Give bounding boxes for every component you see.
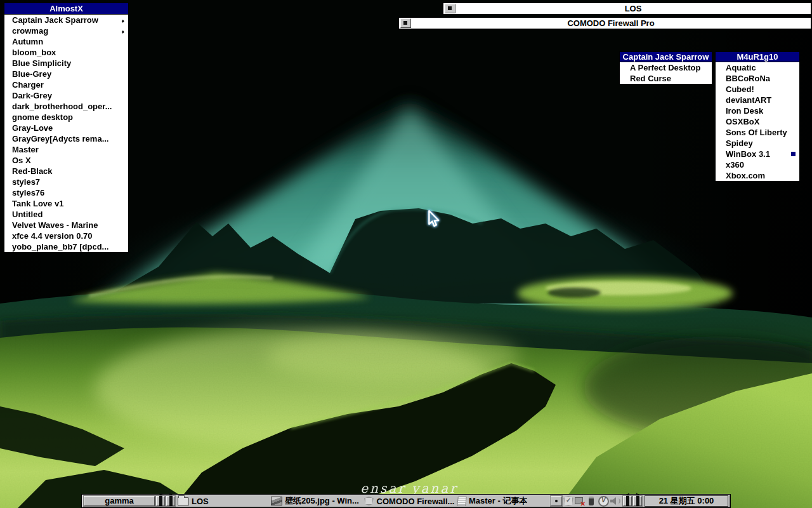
theme-menu-item[interactable]: styles7 xyxy=(4,177,128,187)
taskbar-window-label: LOS xyxy=(192,497,209,506)
volume-icon[interactable] xyxy=(610,496,622,506)
shield-check-icon[interactable] xyxy=(563,496,573,506)
theme-menu-item[interactable]: Autumn xyxy=(4,36,128,47)
menu-item-label: Blue Simplicity xyxy=(12,58,124,68)
menu-item-label: styles7 xyxy=(12,177,124,187)
notepad-icon xyxy=(457,497,467,506)
arrow-left-icon xyxy=(626,495,629,507)
theme-menu-item[interactable]: Master xyxy=(4,144,128,155)
window-title: LOS xyxy=(455,4,811,14)
folder-icon xyxy=(178,497,189,506)
m4ur1g10-menu-item[interactable]: WinBox 3.1 xyxy=(716,149,799,159)
menu-item-label: WinBox 3.1 xyxy=(726,149,789,159)
theme-menu-item[interactable]: Red-Black xyxy=(4,166,128,177)
tray-toggle-button[interactable] xyxy=(551,496,562,506)
m4ur1g10-menu-item[interactable]: Aquatic xyxy=(716,62,799,73)
menu-item-label: crowmag xyxy=(12,26,121,36)
m4ur1g10-menu-item[interactable]: Spidey xyxy=(716,138,799,149)
tray-scroll-left-button[interactable] xyxy=(623,496,632,506)
selected-marker-icon xyxy=(791,152,796,156)
network-offline-icon[interactable] xyxy=(573,496,586,506)
theme-menu-item[interactable]: yobo_plane_bb7 [dpcd... xyxy=(4,241,128,252)
antivirus-icon[interactable] xyxy=(598,496,610,506)
theme-menu-item[interactable]: bloom_box xyxy=(4,47,128,58)
jack-sparrow-menu-title[interactable]: Captain Jack Sparrow xyxy=(619,51,712,62)
arrow-right-icon xyxy=(169,495,173,507)
menu-item-label: styles76 xyxy=(12,188,124,197)
window-menu-button[interactable] xyxy=(400,18,411,28)
m4ur1g10-menu: M4uR1g10 Aquatic BBCoRoNa Cubed! xyxy=(715,51,800,182)
menu-item-label: BBCoRoNa xyxy=(726,74,796,83)
shield-icon xyxy=(364,497,374,505)
m4ur1g10-menu-body: Aquatic BBCoRoNa Cubed! deviantART xyxy=(715,62,800,182)
desktop: ensar yanar AlmostX Captain Jack Sparrow… xyxy=(0,0,812,508)
theme-menu-item[interactable]: Dark-Grey xyxy=(4,90,128,101)
theme-menu-item[interactable]: Charger xyxy=(4,79,128,90)
taskbar-window-label: COMODO Firewall... xyxy=(376,497,455,506)
taskbar-window-button[interactable]: LOS xyxy=(176,495,270,507)
menu-item-label: OSXBoX xyxy=(726,117,796,126)
scroll-left-button[interactable] xyxy=(156,496,165,506)
theme-menu-item[interactable]: crowmag xyxy=(4,25,128,36)
theme-menu-item[interactable]: styles76 xyxy=(4,187,128,198)
menu-item-label: dark_brotherhood_oper... xyxy=(12,102,124,111)
theme-menu-title[interactable]: AlmostX xyxy=(4,3,129,15)
m4ur1g10-menu-item[interactable]: Iron Desk xyxy=(716,105,799,116)
image-icon xyxy=(271,497,282,505)
menu-item-label: A Perfect Desktop xyxy=(630,63,708,72)
system-tray xyxy=(563,496,622,506)
menu-item-label: Iron Desk xyxy=(726,106,796,116)
menu-item-label: Master xyxy=(12,145,124,154)
taskbar: gamma LOS 壁纸205.jpg - Win... COMODO Fire… xyxy=(81,494,731,508)
window-titlebar-los[interactable]: LOS xyxy=(442,2,812,15)
m4ur1g10-menu-item[interactable]: Xbox.com xyxy=(716,170,799,181)
jack-sparrow-menu-body: A Perfect Desktop Red Curse xyxy=(619,62,712,84)
theme-menu-item[interactable]: Blue-Grey xyxy=(4,69,128,79)
taskbar-window-label: 壁纸205.jpg - Win... xyxy=(285,495,359,507)
menu-item-label: GrayGrey[Adycts rema... xyxy=(12,134,124,144)
menu-item-label: Autumn xyxy=(12,37,124,46)
theme-menu-item[interactable]: GrayGrey[Adycts rema... xyxy=(4,133,128,144)
theme-menu-item[interactable]: Tank Love v1 xyxy=(4,198,128,209)
m4ur1g10-menu-item[interactable]: deviantART xyxy=(716,95,799,105)
battery-icon[interactable] xyxy=(586,496,598,506)
theme-menu-item[interactable]: Os X xyxy=(4,155,128,166)
theme-menu: AlmostX Captain Jack Sparrow crowmag Aut… xyxy=(4,3,129,253)
window-titlebar-comodo[interactable]: COMODO Firewall Pro xyxy=(398,17,812,30)
m4ur1g10-menu-item[interactable]: Cubed! xyxy=(716,84,799,95)
theme-menu-item[interactable]: Velvet Waves - Marine xyxy=(4,220,128,231)
m4ur1g10-menu-item[interactable]: x360 xyxy=(716,159,799,170)
theme-menu-item[interactable]: Untitled xyxy=(4,209,128,220)
theme-menu-item[interactable]: gnome desktop xyxy=(4,112,128,123)
taskbar-window-button[interactable]: Master - 记事本 xyxy=(456,495,549,507)
launcher-button[interactable]: gamma xyxy=(84,496,155,506)
menu-item-label: Os X xyxy=(12,156,124,165)
m4ur1g10-menu-item[interactable]: Sons Of Liberty xyxy=(716,127,799,138)
taskbar-window-button[interactable]: 壁纸205.jpg - Win... xyxy=(270,495,363,507)
m4ur1g10-menu-title[interactable]: M4uR1g10 xyxy=(715,51,800,62)
mouse-cursor-icon xyxy=(425,210,442,231)
menu-item-label: xfce 4.4 version 0.70 xyxy=(12,231,124,241)
tray-scroll-right-button[interactable] xyxy=(633,496,642,506)
m4ur1g10-menu-item[interactable]: OSXBoX xyxy=(716,116,799,127)
menu-item-label: Gray-Love xyxy=(12,123,124,133)
jack-sparrow-menu-item[interactable]: A Perfect Desktop xyxy=(620,62,712,73)
m4ur1g10-menu-item[interactable]: BBCoRoNa xyxy=(716,73,799,84)
window-title: COMODO Firewall Pro xyxy=(411,18,811,29)
theme-menu-item[interactable]: Blue Simplicity xyxy=(4,58,128,69)
theme-menu-item[interactable]: Captain Jack Sparrow xyxy=(4,15,128,25)
window-menu-button[interactable] xyxy=(445,4,455,13)
taskbar-clock[interactable]: 21 星期五 0:00 xyxy=(645,495,728,507)
scroll-right-button[interactable] xyxy=(166,496,175,506)
menu-item-label: bloom_box xyxy=(12,48,124,57)
theme-menu-item[interactable]: xfce 4.4 version 0.70 xyxy=(4,231,128,241)
jack-sparrow-menu-item[interactable]: Red Curse xyxy=(620,73,712,84)
menu-item-label: Spidey xyxy=(726,138,796,148)
submenu-diamond-icon xyxy=(121,15,124,25)
taskbar-window-list: LOS 壁纸205.jpg - Win... COMODO Firewall..… xyxy=(176,495,549,507)
taskbar-window-button[interactable]: COMODO Firewall... xyxy=(363,495,456,507)
theme-menu-item[interactable]: dark_brotherhood_oper... xyxy=(4,101,128,112)
menu-item-label: Captain Jack Sparrow xyxy=(12,15,121,25)
theme-menu-item[interactable]: Gray-Love xyxy=(4,123,128,133)
menu-item-label: gnome desktop xyxy=(12,112,124,122)
